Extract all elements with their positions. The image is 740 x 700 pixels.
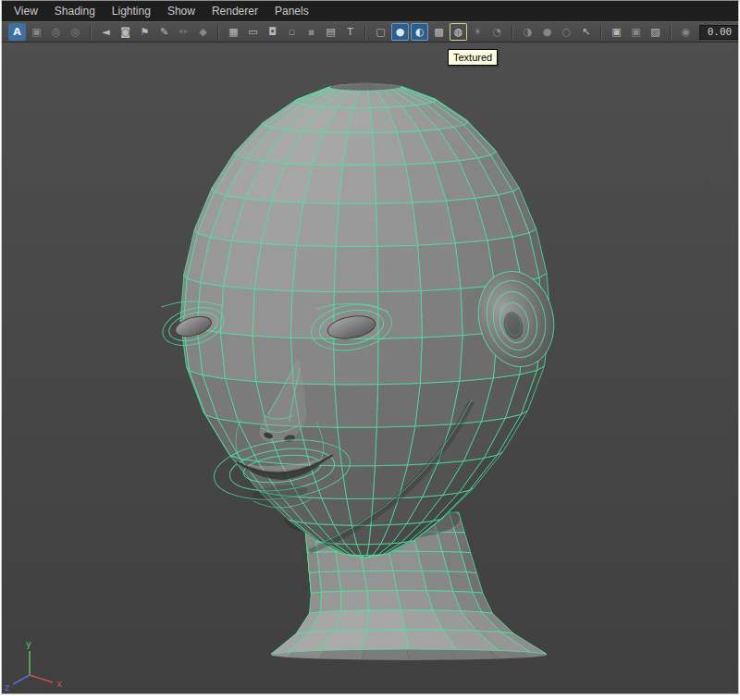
use-default-material-button[interactable]: ☀ xyxy=(469,23,487,41)
camera-attributes-button[interactable]: ◎ xyxy=(47,23,65,41)
toolbar-right: ↖▣▣▨◉ xyxy=(576,23,739,41)
isolate-select-button[interactable]: ▣ xyxy=(608,23,625,41)
toolbar-left: A▣◎◎◄◙⚑✎✏◆▦▭◘▫▪▤T▢●◐▩◍☀◔◑●○ xyxy=(7,23,576,41)
shadows-toggle-button[interactable]: ○ xyxy=(558,23,575,41)
toolbar-separator xyxy=(600,25,602,40)
safe-title-button[interactable]: T xyxy=(341,23,359,41)
toolbar-separator xyxy=(90,25,92,40)
isolate-add-selected-button[interactable]: ▣ xyxy=(627,23,645,41)
film-gate-button[interactable]: ▭ xyxy=(244,23,262,41)
default-lighting-button[interactable]: ● xyxy=(538,23,556,41)
toolbar-separator xyxy=(364,25,366,40)
smooth-shade-display-button[interactable]: ● xyxy=(391,23,409,41)
menu-renderer[interactable]: Renderer xyxy=(204,1,266,21)
menu-lighting[interactable]: Lighting xyxy=(104,1,159,21)
image-plane-display-button[interactable]: ▨ xyxy=(647,23,664,41)
image-plane-button[interactable]: ◄ xyxy=(97,23,115,41)
resolution-gate-button[interactable]: ◘ xyxy=(264,23,281,41)
lock-camera-button[interactable]: ▣ xyxy=(28,23,45,41)
flat-shade-display-button[interactable]: ▩ xyxy=(430,23,448,41)
grease-pencil-button[interactable]: ✎ xyxy=(155,23,173,41)
viewport-3d[interactable]: yxz xyxy=(2,43,738,694)
viewport-canvas[interactable]: yxz xyxy=(2,43,738,694)
panel-window: ViewShadingLightingShowRendererPanels A▣… xyxy=(1,0,739,694)
axis-z-label: z xyxy=(5,682,9,693)
menubar: ViewShadingLightingShowRendererPanels xyxy=(2,1,738,21)
select-camera-button[interactable]: A xyxy=(8,23,26,41)
textured-display-button[interactable]: ◍ xyxy=(450,23,467,41)
two-d-pan-zoom-button[interactable]: ◆ xyxy=(194,23,212,41)
toolbar-separator xyxy=(512,25,513,40)
smooth-shade-wire-display-button[interactable]: ◐ xyxy=(411,23,428,41)
wireframe-display-button[interactable]: ▢ xyxy=(372,23,389,41)
safe-action-button[interactable]: ▤ xyxy=(322,23,339,41)
grease-pencil-frames-button[interactable]: ✏ xyxy=(175,23,192,41)
toolbar-separator xyxy=(670,25,672,40)
renderer-settings-button[interactable]: ◉ xyxy=(677,23,695,41)
menu-panels[interactable]: Panels xyxy=(266,1,317,21)
menu-show[interactable]: Show xyxy=(159,1,204,21)
channel-value-field[interactable] xyxy=(699,25,739,40)
icon-toolbar: A▣◎◎◄◙⚑✎✏◆▦▭◘▫▪▤T▢●◐▩◍☀◔◑●○ ↖▣▣▨◉ xyxy=(2,21,738,43)
field-chart-button[interactable]: ▪ xyxy=(302,23,320,41)
shot-camera-button[interactable]: ◙ xyxy=(117,23,134,41)
xray-display-button[interactable]: ◔ xyxy=(488,23,506,41)
view-bookmark-flag-button[interactable]: ⚑ xyxy=(136,23,154,41)
tooltip-textured: Textured xyxy=(448,49,498,66)
toolbar-separator xyxy=(217,25,219,40)
menu-view[interactable]: View xyxy=(6,1,46,21)
all-lights-button[interactable]: ◑ xyxy=(519,23,536,41)
bookmark-view-button[interactable]: ◎ xyxy=(67,23,84,41)
grid-toggle-button[interactable]: ▦ xyxy=(225,23,242,41)
select-tool-button[interactable]: ↖ xyxy=(577,23,595,41)
axis-y-label: y xyxy=(26,639,31,649)
menu-shading[interactable]: Shading xyxy=(46,1,104,21)
gate-mask-button[interactable]: ▫ xyxy=(283,23,301,41)
axis-x-label: x xyxy=(56,679,62,689)
